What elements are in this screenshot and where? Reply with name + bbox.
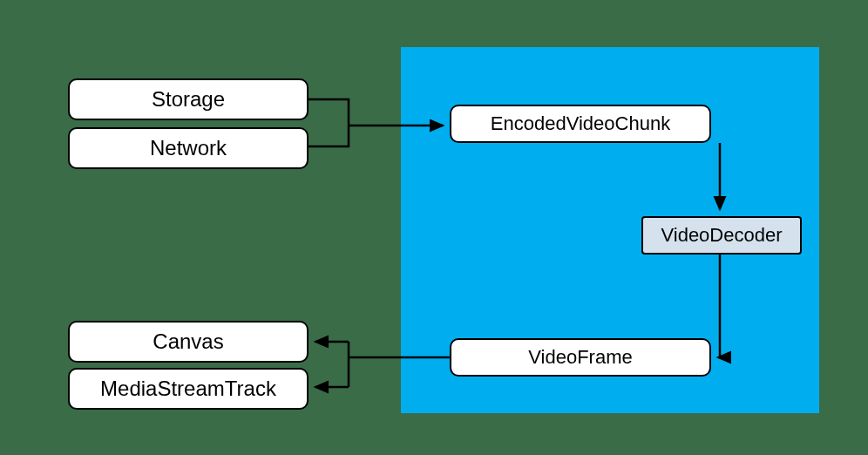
storage-label: Storage xyxy=(152,87,225,112)
network-label: Network xyxy=(150,136,227,160)
canvas-node: Canvas xyxy=(68,321,309,363)
storage-node: Storage xyxy=(68,78,309,120)
media-stream-track-node: MediaStreamTrack xyxy=(68,368,309,410)
video-frame-node: VideoFrame xyxy=(450,338,711,377)
canvas-label: Canvas xyxy=(153,329,223,354)
video-decoder-node: VideoDecoder xyxy=(641,216,802,255)
video-frame-label: VideoFrame xyxy=(528,346,632,369)
network-node: Network xyxy=(68,127,309,169)
encoded-video-chunk-label: EncodedVideoChunk xyxy=(491,112,670,135)
video-decoder-label: VideoDecoder xyxy=(661,224,782,247)
encoded-video-chunk-node: EncodedVideoChunk xyxy=(450,105,711,143)
media-stream-track-label: MediaStreamTrack xyxy=(100,377,276,401)
